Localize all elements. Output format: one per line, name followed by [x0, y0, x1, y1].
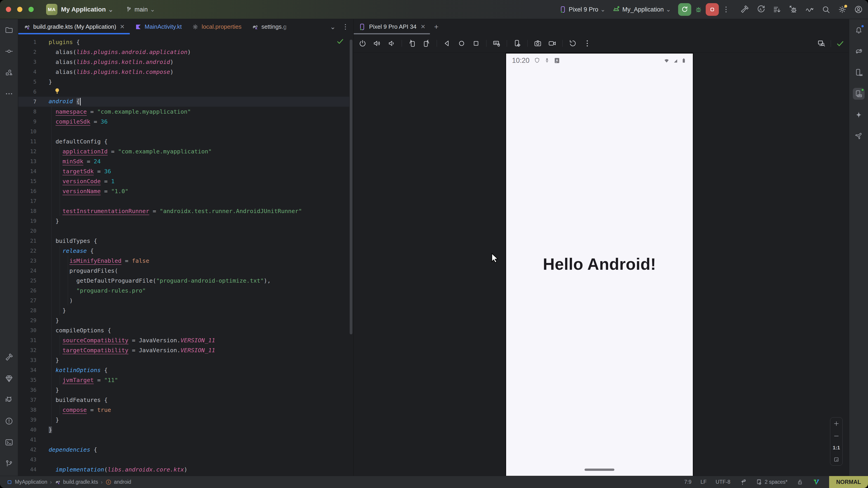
code-line-16[interactable]: 16 versionName = "1.0"	[18, 186, 349, 196]
code-line-9[interactable]: 9 compileSdk = 36	[18, 117, 349, 127]
zoom-out-button[interactable]	[833, 433, 840, 440]
back-icon[interactable]	[443, 39, 452, 48]
code-line-1[interactable]: 1plugins {	[18, 37, 349, 47]
code-line-12[interactable]: 12 applicationId = "com.example.myapplic…	[18, 147, 349, 156]
encoding-widget[interactable]: UTF-8	[716, 479, 730, 485]
tool-window-button-gradle-elephant[interactable]	[853, 45, 865, 57]
indent-widget[interactable]: 2 spaces*	[756, 479, 787, 486]
tool-window-button-structure[interactable]	[3, 67, 15, 78]
rotate-right-icon[interactable]	[422, 39, 431, 48]
intention-bulb-icon[interactable]	[54, 88, 61, 95]
zoom-in-button[interactable]	[833, 420, 840, 427]
sync-a-icon[interactable]: A	[756, 5, 765, 14]
record-icon[interactable]	[548, 39, 557, 48]
device-tab[interactable]: Pixel 9 Pro API 34 ✕	[354, 19, 430, 34]
volume-down-icon[interactable]	[387, 39, 396, 48]
home-icon[interactable]	[457, 39, 466, 48]
code-line-29[interactable]: 29 }	[18, 315, 349, 325]
code-line-19[interactable]: 19 }	[18, 216, 349, 226]
zoom-reset-button[interactable]: 1:1	[833, 445, 840, 451]
restore-icon[interactable]	[568, 39, 577, 48]
chevron-down-icon[interactable]: ⌄	[330, 23, 336, 31]
code-line-14[interactable]: 14 targetSdk = 36	[18, 166, 349, 176]
tool-window-button-cat[interactable]	[3, 394, 15, 406]
editor-tab-settings.g[interactable]: settings.g	[246, 19, 295, 34]
tool-window-button-plane[interactable]	[853, 130, 865, 142]
tool-window-button-alert-circle[interactable]	[3, 415, 15, 427]
stop-button[interactable]	[706, 3, 719, 16]
code-line-42[interactable]: 42dependencies {	[18, 445, 349, 455]
code-line-20[interactable]: 20	[18, 226, 349, 236]
tool-window-button-git-branch[interactable]	[3, 458, 15, 469]
line-separator-widget[interactable]: LF	[701, 479, 707, 485]
code-line-31[interactable]: 31 sourceCompatibility = JavaVersion.VER…	[18, 335, 349, 345]
search-icon[interactable]	[822, 5, 831, 14]
breadcrumb-item-android[interactable]: λandroid	[105, 479, 131, 485]
code-line-25[interactable]: 25 getDefaultProguardFile("proguard-andr…	[18, 275, 349, 286]
code-line-37[interactable]: 37 buildFeatures {	[18, 395, 349, 405]
volume-up-icon[interactable]	[373, 39, 381, 48]
more-vertical-icon[interactable]	[722, 5, 730, 13]
minimize-window-button[interactable]	[17, 7, 22, 12]
run-configuration-selector[interactable]: My_Application ⌄	[612, 5, 671, 13]
debug-bug-icon[interactable]	[694, 5, 703, 13]
tool-window-button-folder[interactable]	[3, 24, 15, 36]
code-line-38[interactable]: 38 compose = true	[18, 405, 349, 415]
editor-tab-local.properties[interactable]: local.properties	[187, 19, 246, 34]
check-green-icon[interactable]	[836, 39, 844, 48]
emulator-screen[interactable]: 10:20 A Hello Android!	[505, 53, 693, 476]
tool-window-button-running-devices[interactable]	[853, 88, 865, 100]
code-line-30[interactable]: 30 compileOptions {	[18, 325, 349, 335]
debug-attach-icon[interactable]	[789, 5, 798, 14]
code-line-32[interactable]: 32 targetCompatibility = JavaVersion.VER…	[18, 345, 349, 355]
vim-mode-badge[interactable]: NORMAL	[829, 476, 868, 488]
power-icon[interactable]	[358, 39, 367, 48]
phone-navigation-handle[interactable]	[585, 468, 614, 471]
vim-icon[interactable]	[812, 478, 820, 486]
code-line-44[interactable]: 44 implementation(libs.androidx.core.ktx…	[18, 464, 349, 475]
editor-tab-MainActivity.kt[interactable]: MainActivity.kt	[130, 19, 187, 34]
code-line-6[interactable]: 6	[18, 87, 349, 97]
profiler-icon[interactable]	[805, 5, 814, 14]
ui-check-icon[interactable]	[817, 39, 826, 48]
apply-changes-icon[interactable]	[773, 5, 782, 14]
code-line-34[interactable]: 34 kotlinOptions {	[18, 365, 349, 375]
avatar-icon[interactable]	[854, 5, 863, 14]
code-line-43[interactable]: 43	[18, 455, 349, 464]
tool-window-button-terminal[interactable]	[3, 436, 15, 448]
code-line-33[interactable]: 33 }	[18, 355, 349, 365]
more-v-icon[interactable]	[583, 39, 592, 48]
project-selector[interactable]: My Application ⌄	[61, 0, 114, 19]
code-line-2[interactable]: 2 alias(libs.plugins.android.application…	[18, 47, 349, 57]
overview-icon[interactable]	[472, 39, 480, 48]
code-line-17[interactable]: 17	[18, 196, 349, 206]
hardware-input-icon[interactable]	[492, 39, 501, 48]
tool-window-button-hammer[interactable]	[3, 352, 15, 363]
code-line-15[interactable]: 15 versionCode = 1	[18, 176, 349, 186]
code-line-18[interactable]: 18 testInstrumentationRunner = "androidx…	[18, 206, 349, 216]
tool-window-button-gem[interactable]	[3, 373, 15, 385]
lock-open-icon[interactable]	[797, 479, 803, 486]
code-line-35[interactable]: 35 jvmTarget = "11"	[18, 375, 349, 385]
code-line-5[interactable]: 5}	[18, 77, 349, 87]
code-line-40[interactable]: 40}	[18, 425, 349, 435]
code-line-23[interactable]: 23 isMinifyEnabled = false	[18, 256, 349, 266]
code-line-28[interactable]: 28 }	[18, 305, 349, 315]
close-icon[interactable]: ✕	[421, 23, 426, 30]
vcs-branch-selector[interactable]: main ⌄	[125, 0, 155, 19]
code-line-22[interactable]: 22 release {	[18, 246, 349, 256]
code-line-36[interactable]: 36 }	[18, 385, 349, 395]
code-line-41[interactable]: 41	[18, 435, 349, 445]
editor-tab-build.gradle.kts[interactable]: build.gradle.kts (My Application)✕	[18, 19, 130, 34]
more-v-icon[interactable]	[342, 23, 349, 31]
code-line-26[interactable]: 26 "proguard-rules.pro"	[18, 286, 349, 295]
hammer-icon[interactable]	[740, 5, 749, 14]
device-settings-icon[interactable]	[513, 39, 522, 48]
code-line-3[interactable]: 3 alias(libs.plugins.kotlin.android)	[18, 57, 349, 67]
code-line-13[interactable]: 13 minSdk = 24	[18, 156, 349, 166]
close-window-button[interactable]	[6, 7, 11, 12]
breadcrumb-item-MyApplication[interactable]: MyApplication	[6, 479, 47, 485]
code-line-39[interactable]: 39 }	[18, 415, 349, 425]
code-line-10[interactable]: 10	[18, 127, 349, 136]
code-editor[interactable]: 1plugins {2 alias(libs.plugins.android.a…	[18, 34, 349, 476]
